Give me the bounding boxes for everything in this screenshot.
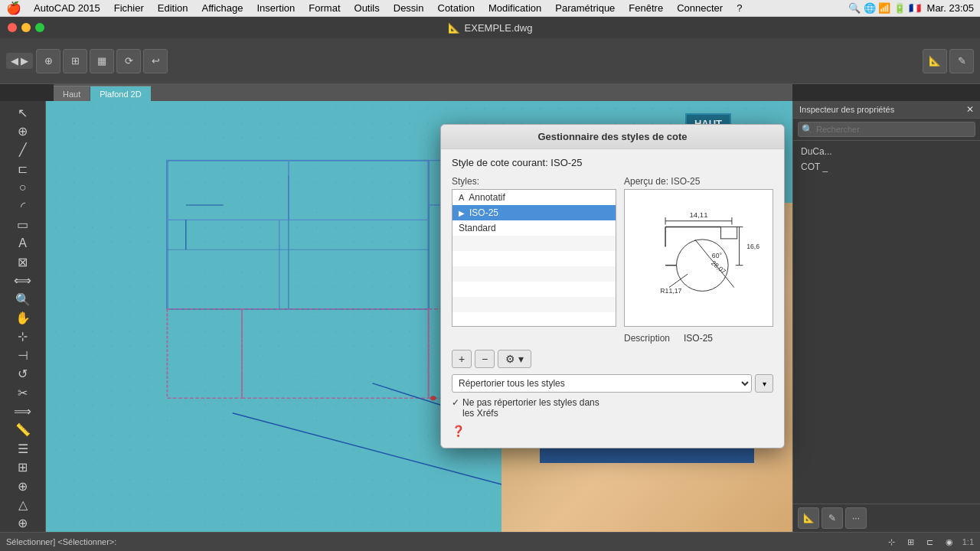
- help-icon: ❓: [452, 425, 465, 437]
- checkbox-row: ✓ Ne pas répertorier les styles dansles …: [452, 397, 773, 419]
- style-row-empty4: [452, 282, 616, 297]
- style-name-iso25: ISO-25: [469, 207, 498, 218]
- menu-connecter[interactable]: Connecter: [671, 0, 729, 17]
- menu-affichage[interactable]: Affichage: [196, 0, 250, 17]
- settings-button[interactable]: ⚙ ▾: [498, 350, 531, 368]
- menubar: 🍎 AutoCAD 2015 Fichier Edition Affichage…: [0, 0, 980, 17]
- menu-parametrique[interactable]: Paramétrique: [549, 0, 621, 17]
- style-row-empty2: [452, 251, 616, 266]
- autocad-window: 📐 EXEMPLE.dwg ◀ ▶ ⊕ ⊞ ▦ ⟳ ↩ 📐 ✎ Haut Pla…: [0, 17, 980, 551]
- modal-columns: Styles: A Annotatif ▶ ISO-25: [452, 176, 773, 344]
- style-row-standard[interactable]: Standard: [452, 220, 616, 236]
- svg-text:60°: 60°: [712, 252, 722, 259]
- style-row-empty5: [452, 297, 616, 312]
- menu-outils[interactable]: Outils: [348, 0, 386, 17]
- help-button[interactable]: ❓: [452, 425, 773, 437]
- description-row: Description ISO-25: [624, 333, 773, 344]
- clock: Mar. 23:05: [927, 2, 974, 14]
- menu-cotation[interactable]: Cotation: [432, 0, 481, 17]
- preview-label: Aperçu de: ISO-25: [624, 176, 773, 187]
- modal-dropdown-row: Répertorier tous les styles ▾: [452, 374, 773, 393]
- menu-autocad[interactable]: AutoCAD 2015: [28, 0, 106, 17]
- svg-text:R11,17: R11,17: [660, 287, 681, 295]
- annotatif-icon: A: [459, 193, 464, 202]
- styles-panel: Styles: A Annotatif ▶ ISO-25: [452, 176, 616, 344]
- remove-style-button[interactable]: −: [475, 350, 495, 368]
- preview-box: 14,11 16,6 28,07: [624, 189, 773, 327]
- styles-list: A Annotatif ▶ ISO-25 Standard: [452, 189, 616, 327]
- menu-fichier[interactable]: Fichier: [108, 0, 150, 17]
- modal-title: Gestionnaire des styles de cote: [441, 125, 784, 149]
- styles-filter-select[interactable]: Répertorier tous les styles: [452, 374, 752, 393]
- menu-fenetre[interactable]: Fenêtre: [622, 0, 669, 17]
- modal-dialog: Gestionnaire des styles de cote Style de…: [440, 124, 785, 448]
- style-row-empty1: [452, 236, 616, 251]
- modal-body: Style de cote courant: ISO-25 Styles: A …: [441, 149, 784, 448]
- menu-time-area: 🔍 🌐 📶 🔋 🇫🇷 Mar. 23:05: [848, 2, 974, 14]
- style-row-annotatif[interactable]: A Annotatif: [452, 190, 616, 205]
- style-row-empty3: [452, 266, 616, 282]
- current-style-label: Style de cote courant: ISO-25: [452, 157, 773, 168]
- preview-panel: Aperçu de: ISO-25 14,11: [624, 176, 773, 344]
- checkbox-label: Ne pas répertorier les styles dansles Xr…: [462, 397, 599, 419]
- menu-insertion[interactable]: Insertion: [250, 0, 301, 17]
- preview-svg: 14,11 16,6 28,07: [625, 190, 773, 326]
- svg-text:16,6: 16,6: [746, 243, 760, 250]
- modal-toolbar: + − ⚙ ▾: [452, 350, 773, 368]
- modal-overlay: Gestionnaire des styles de cote Style de…: [0, 17, 980, 551]
- menu-icons: 🔍 🌐 📶 🔋 🇫🇷: [848, 2, 920, 14]
- menu-edition[interactable]: Edition: [152, 0, 194, 17]
- description-value: ISO-25: [684, 333, 713, 344]
- add-style-button[interactable]: +: [452, 350, 472, 368]
- styles-label: Styles:: [452, 176, 616, 187]
- iso25-arrow: ▶: [459, 209, 465, 217]
- menu-format[interactable]: Format: [302, 0, 346, 17]
- description-label: Description: [624, 333, 678, 344]
- menu-modification[interactable]: Modification: [482, 0, 547, 17]
- style-name-standard: Standard: [459, 223, 496, 233]
- svg-text:14,11: 14,11: [689, 210, 707, 219]
- style-name-annotatif: Annotatif: [469, 192, 505, 203]
- style-row-iso25[interactable]: ▶ ISO-25: [452, 205, 616, 220]
- menu-dessin[interactable]: Dessin: [387, 0, 430, 17]
- select-arrow-icon[interactable]: ▾: [755, 374, 773, 393]
- apple-menu[interactable]: 🍎: [6, 1, 21, 15]
- menu-help[interactable]: ?: [730, 0, 748, 17]
- checkbox-check: ✓: [452, 397, 459, 408]
